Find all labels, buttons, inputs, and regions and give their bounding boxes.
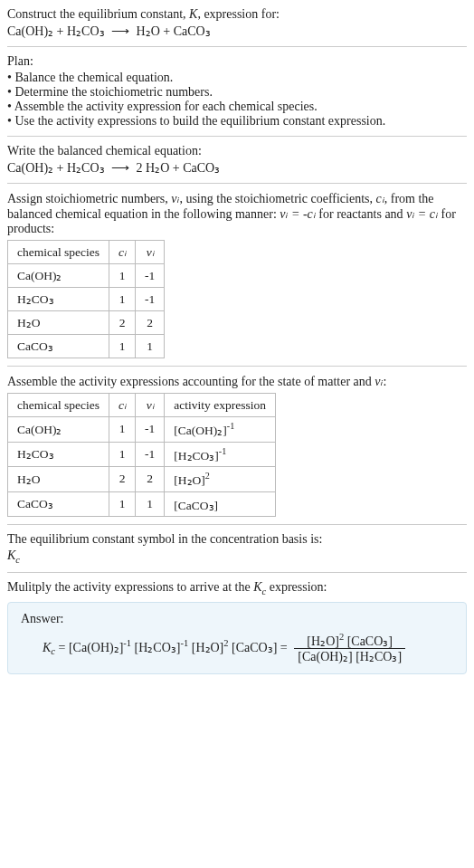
act-base: [Ca(OH)₂] [174,424,226,437]
cell-nu: -1 [136,442,165,467]
activity-table: chemical species cᵢ νᵢ activity expressi… [7,393,276,517]
balanced-title: Write the balanced chemical equation: [7,144,467,158]
text: : [384,375,387,388]
divider [7,46,467,47]
cell-activity: [CaCO₃] [165,491,276,517]
cell-nu: -1 [136,417,165,443]
num-a: [H₂O] [307,634,339,647]
plan-section: Plan: Balance the chemical equation. Det… [7,54,467,129]
text: for reactants and [316,207,406,221]
table-row: Ca(OH)₂ 1 -1 [8,264,165,288]
cell-nu: -1 [136,264,165,288]
nu-symbol: νᵢ [374,375,383,388]
table-row: H₂CO₃ 1 -1 [8,288,165,311]
text: expression: [266,580,327,594]
cell-c: 1 [109,491,136,517]
symbol-line: The equilibrium constant symbol in the c… [7,532,467,547]
cell-species: H₂CO₃ [8,442,109,467]
balanced-equation: Ca(OH)₂ + H₂CO₃ ⟶ 2 H₂O + CaCO₃ [7,160,467,176]
text: Assign stoichiometric numbers, [7,192,171,205]
k-sub: c [15,555,20,565]
activity-section: Assemble the activity expressions accoun… [7,374,467,517]
cell-nu: -1 [136,288,165,311]
cell-species: Ca(OH)₂ [8,264,109,288]
cell-nu: 2 [136,467,165,492]
prompt-text-pre: Construct the equilibrium constant, [7,7,189,21]
c-symbol: cᵢ [376,192,384,205]
cell-c: 1 [109,264,136,288]
k-letter: K [253,580,261,594]
col-activity: activity expression [165,394,276,417]
cell-activity: [Ca(OH)₂]-1 [165,417,276,443]
eq-rhs: H₂O + CaCO₃ [137,24,211,38]
divider [7,524,467,525]
table-row: CaCO₃ 1 1 [CaCO₃] [8,491,276,517]
col-nu: νᵢ [136,394,165,417]
fraction-numerator: [H₂O]2 [CaCO₃] [294,632,405,650]
answer-box: Answer: Kc = [Ca(OH)₂]-1 [H₂CO₃]-1 [H₂O]… [7,602,467,675]
act-base: [H₂O] [174,473,205,487]
reaction-arrow-icon: ⟶ [111,24,129,39]
eq-rhs: 2 H₂O + CaCO₃ [137,161,221,175]
k-letter: K [7,548,15,562]
cell-species: H₂CO₃ [8,288,109,311]
plan-item: Determine the stoichiometric numbers. [7,85,467,100]
multiply-section: Mulitply the activity expressions to arr… [7,580,467,596]
divider [7,136,467,137]
table-row: H₂O 2 2 [H₂O]2 [8,467,276,492]
num-b: [CaCO₃] [344,634,393,647]
eq-lhs: Ca(OH)₂ + H₂CO₃ [7,161,105,175]
eq1: νᵢ = -cᵢ [280,207,316,221]
col-species: chemical species [8,241,109,264]
fraction: [H₂O]2 [CaCO₃] [Ca(OH)₂] [H₂CO₃] [294,632,405,665]
eq2: νᵢ = cᵢ [406,207,438,221]
fraction-denominator: [Ca(OH)₂] [H₂CO₃] [294,649,405,664]
cell-c: 2 [109,311,136,335]
term3-base: [H₂O] [192,640,224,653]
table-row: Ca(OH)₂ 1 -1 [Ca(OH)₂]-1 [8,417,276,443]
term2-base: [H₂CO₃] [135,640,181,653]
cell-c: 1 [109,288,136,311]
cell-species: Ca(OH)₂ [8,417,109,443]
symbol-section: The equilibrium constant symbol in the c… [7,532,467,565]
col-species: chemical species [8,394,109,417]
text: Assemble the activity expressions accoun… [7,375,374,388]
prompt-equation: Ca(OH)₂ + H₂CO₃ ⟶ H₂O + CaCO₃ [7,24,467,39]
cell-nu: 2 [136,311,165,335]
equals2: = [277,640,290,653]
table-row: H₂CO₃ 1 -1 [H₂CO₃]-1 [8,442,276,467]
col-c: cᵢ [109,394,136,417]
term2-exp: -1 [180,637,188,647]
text: , using the stoichiometric coefficients, [179,192,375,205]
plan-item: Balance the chemical equation. [7,71,467,85]
cell-c: 1 [109,335,136,358]
activity-intro: Assemble the activity expressions accoun… [7,374,467,389]
divider [7,366,467,367]
table-row: CaCO₃ 1 1 [8,335,165,358]
act-exp: 2 [205,471,210,481]
cell-activity: [H₂CO₃]-1 [165,442,276,467]
stoich-intro: Assign stoichiometric numbers, νᵢ, using… [7,191,467,236]
cell-species: H₂O [8,311,109,335]
balanced-section: Write the balanced chemical equation: Ca… [7,144,467,176]
plan-item: Use the activity expressions to build th… [7,114,467,129]
cell-species: CaCO₃ [8,491,109,517]
prompt: Construct the equilibrium constant, K, e… [7,7,467,39]
act-exp: -1 [219,446,226,456]
reaction-arrow-icon: ⟶ [111,160,129,176]
cell-nu: 1 [136,491,165,517]
cell-nu: 1 [136,335,165,358]
term4-base: [CaCO₃] [232,640,277,653]
stoich-section: Assign stoichiometric numbers, νᵢ, using… [7,191,467,358]
eq-lhs: Ca(OH)₂ + H₂CO₃ [7,24,105,38]
cell-c: 1 [109,442,136,467]
cell-species: CaCO₃ [8,335,109,358]
plan-title: Plan: [7,54,467,69]
cell-c: 1 [109,417,136,443]
cell-species: H₂O [8,467,109,492]
cell-c: 2 [109,467,136,492]
act-base: [H₂CO₃] [174,448,219,462]
act-exp: -1 [227,421,234,431]
col-c: cᵢ [109,241,136,264]
col-nu: νᵢ [136,241,165,264]
